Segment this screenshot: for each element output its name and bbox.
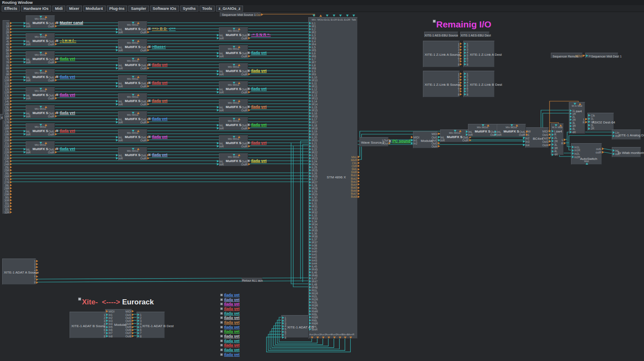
port-mixer-il7[interactable]: IL7 bbox=[309, 58, 316, 61]
port-left-io-31l[interactable]: 31L bbox=[5, 202, 12, 205]
port-left-io-12l[interactable]: 12L bbox=[5, 88, 12, 91]
text-label-35[interactable]: Ilada yet bbox=[220, 334, 240, 338]
port-multifx-17-outr[interactable]: OutR bbox=[241, 37, 250, 40]
port-multifx-22-outr[interactable]: OutR bbox=[241, 127, 250, 130]
port-sw4-b-1r[interactable]: 1R bbox=[570, 112, 576, 115]
port-left-io-21l[interactable]: 21L bbox=[5, 142, 12, 145]
port-mixer-il27[interactable]: IL27 bbox=[309, 178, 317, 181]
port-sw4-a-r[interactable]: R bbox=[552, 133, 556, 136]
module-multifx-5[interactable]: InLInROutLOutRMIn MOutMultiFX S bbox=[26, 87, 55, 100]
port-left-io-30l[interactable]: 30L bbox=[5, 196, 12, 199]
port-adat-a-source-3[interactable]: 3 bbox=[34, 266, 38, 269]
module-adat-a-dest[interactable]: XITE-1 ADAT A D12345678 bbox=[281, 315, 309, 338]
module-sw4-b[interactable]: sw41L1R2L2R3L3R4L4RLRM.In Midi bbox=[569, 102, 585, 134]
port-left-io-14l[interactable]: 14L bbox=[5, 100, 12, 103]
port-analog-dest-lin[interactable]: LIn bbox=[613, 131, 619, 134]
port-left-io-3l[interactable]: 3L bbox=[6, 34, 12, 37]
port-mixer-ir25[interactable]: IR25 bbox=[309, 169, 318, 172]
port-multifx-26-inr[interactable]: InR bbox=[466, 133, 473, 136]
port-mixer-ir30[interactable]: IR30 bbox=[309, 199, 318, 202]
port-mixer-ir10[interactable]: IR10 bbox=[309, 79, 318, 82]
port-multifx-6-inr[interactable]: InR bbox=[24, 115, 30, 118]
port-mixer-ir47[interactable]: IR47 bbox=[309, 280, 318, 283]
module-multifx-24[interactable]: InLInROutLOutRMIn MOutMultiFX S bbox=[219, 153, 248, 166]
text-label-29[interactable]: Ilada yet bbox=[220, 307, 240, 311]
module-multifx-22[interactable]: InLInROutLOutRMIn MOutMultiFX S bbox=[219, 117, 248, 130]
port-sw4-a-2r[interactable]: 2R bbox=[552, 140, 558, 143]
port-euro-modular-in4[interactable]: In4 bbox=[106, 322, 112, 325]
port-asio2-dest-1r[interactable]: 1R bbox=[588, 120, 594, 123]
port-left-io-28r[interactable]: 28R bbox=[4, 187, 12, 190]
module-multifx-12[interactable]: InLInROutLOutRMIn MOutMultiFX S bbox=[118, 75, 147, 88]
port-multifx-19-inr[interactable]: InR bbox=[217, 73, 224, 76]
text-label-13[interactable]: Ilada yet bbox=[148, 99, 167, 103]
port-sw4-a-4l[interactable]: 4L bbox=[552, 150, 557, 153]
port-bc4x4-out1[interactable]: Out1 bbox=[542, 133, 551, 136]
port-mixer-ir5[interactable]: IR5 bbox=[309, 49, 316, 52]
port-bc4x4-in4[interactable]: In4 bbox=[523, 144, 529, 147]
port-mixer-il2[interactable]: IL2 bbox=[309, 28, 316, 31]
port-left-io-32l[interactable]: 32L bbox=[5, 208, 12, 211]
port-mixer-in41[interactable]: In41 bbox=[309, 253, 317, 256]
port-left-io-7r[interactable]: 7R bbox=[6, 61, 12, 64]
port-multifx-17-inr[interactable]: InR bbox=[217, 37, 224, 40]
text-label-17[interactable]: -= S N R =- bbox=[247, 33, 271, 37]
text-label-26[interactable]: Ilada yet bbox=[220, 293, 240, 297]
port-left-io-26r[interactable]: 26R bbox=[4, 175, 12, 178]
port-mixer-il19[interactable]: IL19 bbox=[309, 130, 317, 133]
module-analog-dest[interactable]: XITE-1 Analog DestLInRIn bbox=[612, 129, 641, 140]
port-multifx-13-inr[interactable]: InR bbox=[116, 103, 123, 106]
port-mixer-ir9[interactable]: IR9 bbox=[309, 73, 316, 76]
port-multifx-18-inr[interactable]: InR bbox=[217, 55, 224, 58]
port-mixer-ir19[interactable]: IR19 bbox=[309, 133, 318, 136]
port-euro-modular-in8[interactable]: In8 bbox=[106, 335, 112, 338]
port-left-io-15r[interactable]: 15R bbox=[4, 109, 12, 112]
module-retour[interactable]: Retour ALL aux bbox=[242, 278, 262, 282]
port-multifx-4-outr[interactable]: OutR bbox=[48, 79, 57, 82]
module-asio2-dest[interactable]: ASIO2 Dest-64Clk1L1R2L2R bbox=[587, 113, 614, 131]
port-euro-modular-out5[interactable]: Out5 bbox=[125, 325, 134, 328]
port-mixer-il6[interactable]: IL6 bbox=[309, 52, 316, 55]
port-mixer-il28[interactable]: IL28 bbox=[309, 184, 317, 187]
port-mixer-rt1r[interactable]: Rt1R bbox=[309, 292, 318, 295]
module-zlink-a-source[interactable]: XITE-1 Z-Link A Source12345678 bbox=[423, 41, 460, 67]
port-autoswitch-in2l[interactable]: in2L bbox=[572, 152, 580, 155]
menu-synths[interactable]: Synths bbox=[180, 6, 198, 12]
port-modular-pc-midi[interactable]: MIDI bbox=[411, 136, 419, 139]
port-multifx-12-outr[interactable]: OutR bbox=[140, 85, 149, 88]
port-mixer-ir32[interactable]: IR32 bbox=[309, 211, 318, 214]
port-left-io-16l[interactable]: 16L bbox=[5, 112, 12, 115]
port-sw4-a-l[interactable]: L bbox=[552, 130, 556, 133]
port-left-io-3r[interactable]: 3R bbox=[6, 37, 12, 40]
port-mixer-in39[interactable]: In39 bbox=[309, 247, 317, 250]
port-left-io-20l[interactable]: 20L bbox=[5, 136, 12, 139]
port-sw4-b-r[interactable]: R bbox=[583, 121, 587, 124]
port-mixer-ctrl[interactable]: CtrL bbox=[352, 162, 360, 165]
port-mixer-bus1[interactable]: Bus1 bbox=[351, 174, 360, 177]
port-mixer-ir20[interactable]: IR20 bbox=[309, 139, 318, 142]
module-aes-ebu-dest[interactable]: XITE-1 AES-EBU Dest bbox=[460, 32, 489, 37]
port-multifx-24-inr[interactable]: InR bbox=[217, 163, 224, 166]
port-mixer-mixl[interactable]: MixL bbox=[351, 156, 360, 159]
port-left-io-10l[interactable]: 10L bbox=[5, 76, 12, 79]
port-mixer-rt4r[interactable]: Rt4R bbox=[309, 310, 318, 313]
port-mixer-il48[interactable]: IL48 bbox=[309, 283, 317, 286]
section-title-xite-eurorack[interactable]: Xite- <----> Eurorack bbox=[82, 298, 154, 306]
port-left-io-18l[interactable]: 18L bbox=[5, 124, 12, 127]
port-mixer-ir24[interactable]: IR24 bbox=[309, 163, 318, 166]
port-mixer-ir22[interactable]: IR22 bbox=[309, 151, 318, 154]
module-multifx-16[interactable]: InLInROutLOutRMIn MOutMultiFX S bbox=[118, 147, 147, 160]
module-multifx-26[interactable]: InLInROutLOutRMIn MOutMultiFX S bbox=[468, 124, 497, 137]
menu-mixer[interactable]: Mixer bbox=[67, 6, 82, 12]
port-mixer-rt3l[interactable]: Rt3L bbox=[309, 301, 318, 304]
port-asio2-dest-clk[interactable]: Clk bbox=[588, 114, 595, 117]
port-sw4-a-4r[interactable]: 4R bbox=[552, 153, 558, 156]
text-label-27[interactable]: Ilada yet bbox=[220, 298, 240, 302]
port-mixer-ir35[interactable]: IR35 bbox=[309, 229, 318, 232]
port-mixer-in40[interactable]: In40 bbox=[309, 250, 317, 253]
menu-effects[interactable]: Effects bbox=[2, 6, 20, 12]
port-multifx-21-inr[interactable]: InR bbox=[217, 109, 224, 112]
port-left-io-9l[interactable]: 9L bbox=[6, 70, 12, 73]
module-multifx-9[interactable]: InLInROutLOutRMIn MOutMultiFX S bbox=[118, 21, 147, 34]
text-label-33[interactable]: Ilada yet bbox=[220, 325, 240, 329]
